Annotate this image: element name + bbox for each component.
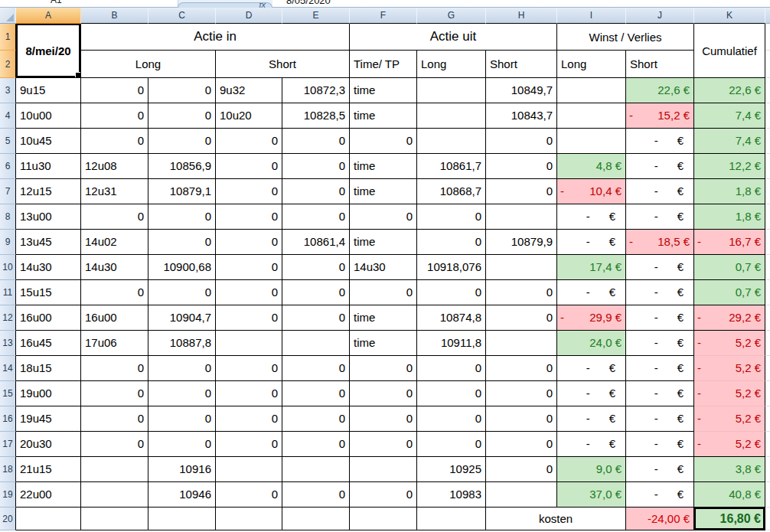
cell-F14[interactable]: 0 <box>350 356 417 381</box>
cell-I18[interactable]: 9,0 € <box>557 457 626 482</box>
cell-K7[interactable]: 1,8 € <box>694 179 765 204</box>
cell-B8[interactable]: 0 <box>81 204 148 230</box>
cell-E18[interactable] <box>282 457 350 482</box>
cell-F7[interactable]: time <box>350 179 417 204</box>
cell-H7[interactable]: 0 <box>486 179 557 204</box>
cell-C20[interactable] <box>148 508 216 530</box>
cell-J5[interactable]: -€ <box>626 129 694 154</box>
cell-H16[interactable]: 0 <box>486 406 557 432</box>
cell-I16[interactable]: -€ <box>557 406 626 432</box>
cell-H17[interactable]: 0 <box>486 432 557 457</box>
cell-G20[interactable] <box>417 508 486 530</box>
cell-B17[interactable]: 0 <box>81 432 148 457</box>
cell-C6[interactable]: 10856,9 <box>148 154 216 179</box>
column-header-H[interactable]: H <box>486 8 557 24</box>
cell-cumulatief[interactable]: Cumulatief <box>694 24 765 78</box>
cell-A8[interactable]: 13u00 <box>16 204 81 230</box>
cell-F15[interactable]: 0 <box>350 381 417 406</box>
cell-C14[interactable]: 0 <box>148 356 216 381</box>
cell-C8[interactable]: 0 <box>148 204 216 230</box>
cell-J4[interactable]: -15,2 € <box>626 103 694 129</box>
cell-B6[interactable]: 12u08 <box>81 154 148 179</box>
cell-A19[interactable]: 22u00 <box>16 482 81 508</box>
cell-long-uit[interactable]: Long <box>417 51 486 78</box>
cell-J16[interactable]: -€ <box>626 406 694 432</box>
cell-H10[interactable] <box>486 255 557 280</box>
cell-C4[interactable]: 0 <box>148 103 216 129</box>
cell-B5[interactable]: 0 <box>81 129 148 154</box>
cell-B15[interactable]: 0 <box>81 381 148 406</box>
cell-G5[interactable] <box>417 129 486 154</box>
cell-C3[interactable]: 0 <box>148 78 216 103</box>
cell-I14[interactable]: -€ <box>557 356 626 381</box>
cell-B11[interactable]: 0 <box>81 280 148 305</box>
cell-G12[interactable]: 10874,8 <box>417 305 486 331</box>
column-header-K[interactable]: K <box>694 8 765 24</box>
cell-F18[interactable] <box>350 457 417 482</box>
cell-K12[interactable]: -29,2 € <box>694 305 765 331</box>
cell-F9[interactable]: time <box>350 230 417 255</box>
cell-K3[interactable]: 22,6 € <box>694 78 765 103</box>
cell-D19[interactable]: 0 <box>216 482 282 508</box>
cell-F20[interactable] <box>350 508 417 530</box>
cell-C5[interactable]: 0 <box>148 129 216 154</box>
row-header-5[interactable]: 5 <box>0 129 16 154</box>
column-header-A[interactable]: A <box>16 8 81 24</box>
cell-K9[interactable]: -16,7 € <box>694 230 765 255</box>
cell-D6[interactable]: 0 <box>216 154 282 179</box>
cell-F5[interactable]: 0 <box>350 129 417 154</box>
column-header-B[interactable]: B <box>81 8 148 24</box>
cell-I7[interactable]: -10,4 € <box>557 179 626 204</box>
cell-short-uit[interactable]: Short <box>486 51 557 78</box>
cell-C15[interactable]: 0 <box>148 381 216 406</box>
cell-H9[interactable]: 10879,9 <box>486 230 557 255</box>
cell-E5[interactable]: 0 <box>282 129 350 154</box>
cell-actie-uit[interactable]: Actie uit <box>350 24 557 51</box>
cell-D9[interactable]: 0 <box>216 230 282 255</box>
cell-J10[interactable]: -€ <box>626 255 694 280</box>
row-header-8[interactable]: 8 <box>0 204 16 230</box>
row-header-12[interactable]: 12 <box>0 305 16 331</box>
cell-A6[interactable]: 11u30 <box>16 154 81 179</box>
cell-C9[interactable]: 0 <box>148 230 216 255</box>
cell-D16[interactable]: 0 <box>216 406 282 432</box>
cell-I3[interactable] <box>557 78 626 103</box>
row-header-11[interactable]: 11 <box>0 280 16 305</box>
cell-A10[interactable]: 14u30 <box>16 255 81 280</box>
cell-G7[interactable]: 10868,7 <box>417 179 486 204</box>
cell-H6[interactable]: 0 <box>486 154 557 179</box>
column-header-D[interactable]: D <box>216 8 282 24</box>
cell-A20[interactable] <box>16 508 81 530</box>
cell-F11[interactable]: 0 <box>350 280 417 305</box>
cell-E20[interactable] <box>282 508 350 530</box>
name-box[interactable]: A1 <box>0 0 178 7</box>
cell-G10[interactable]: 10918,076 <box>417 255 486 280</box>
row-header-2[interactable]: 2 <box>0 51 16 78</box>
cell-G11[interactable]: 0 <box>417 280 486 305</box>
cell-G15[interactable]: 0 <box>417 381 486 406</box>
cell-A15[interactable]: 19u00 <box>16 381 81 406</box>
column-header-J[interactable]: J <box>626 8 694 24</box>
cell-K4[interactable]: 7,4 € <box>694 103 765 129</box>
cell-E11[interactable]: 0 <box>282 280 350 305</box>
cell-C10[interactable]: 10900,68 <box>148 255 216 280</box>
cell-I13[interactable]: 24,0 € <box>557 331 626 356</box>
row-header-18[interactable]: 18 <box>0 457 16 482</box>
cell-C11[interactable]: 0 <box>148 280 216 305</box>
formula-input[interactable]: 8/05/2020 <box>272 0 770 7</box>
cell-G19[interactable]: 10983 <box>417 482 486 508</box>
row-header-20[interactable]: 20 <box>0 508 16 530</box>
cell-I15[interactable]: -€ <box>557 381 626 406</box>
cell-E3[interactable]: 10872,3 <box>282 78 350 103</box>
cell-F13[interactable]: time <box>350 331 417 356</box>
cell-G13[interactable]: 10911,8 <box>417 331 486 356</box>
cell-B16[interactable]: 0 <box>81 406 148 432</box>
cell-A13[interactable]: 16u45 <box>16 331 81 356</box>
cell-D17[interactable]: 0 <box>216 432 282 457</box>
cell-B7[interactable]: 12u31 <box>81 179 148 204</box>
cell-H13[interactable] <box>486 331 557 356</box>
cell-F17[interactable]: 0 <box>350 432 417 457</box>
cell-winst-verlies[interactable]: Winst / Verlies <box>557 24 694 51</box>
cell-J15[interactable]: -€ <box>626 381 694 406</box>
row-header-1[interactable]: 1 <box>0 24 16 51</box>
